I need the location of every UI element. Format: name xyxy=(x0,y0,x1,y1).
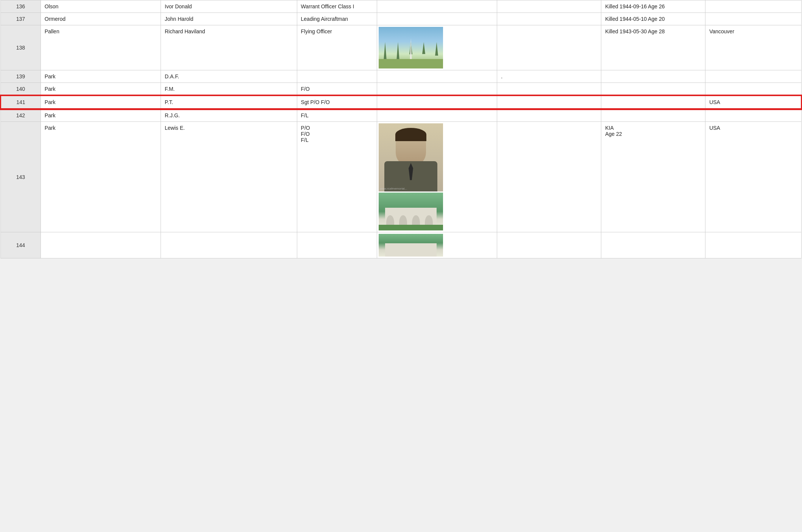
table-row: 141ParkP.T.Sgt P/O F/OUSA xyxy=(1,96,802,109)
rank xyxy=(297,70,377,83)
city xyxy=(705,83,802,96)
first-name: John Harold xyxy=(161,13,297,25)
notes xyxy=(497,109,601,122)
city xyxy=(705,70,802,83)
rank: Leading Aircraftman xyxy=(297,13,377,25)
last-name: Park xyxy=(41,70,161,83)
row-number: 142 xyxy=(1,109,41,122)
row-number: 139 xyxy=(1,70,41,83)
fate xyxy=(601,70,705,83)
table-row: 143ParkLewis E.P/OF/OF/Lwww.rcafmemorial… xyxy=(1,122,802,232)
fate: Killed 1944-05-10 Age 20 xyxy=(601,13,705,25)
table-row: 140ParkF.M.F/O xyxy=(1,83,802,96)
fate: KIAAge 22 xyxy=(601,122,705,232)
first-name: Lewis E. xyxy=(161,122,297,232)
photo-cell: www.rcafmemorial... xyxy=(377,122,497,232)
first-name xyxy=(161,232,297,258)
city: USA xyxy=(705,122,802,232)
notes xyxy=(497,232,601,258)
records-table-wrapper: 136OlsonIvor DonaldWarrant Officer Class… xyxy=(0,0,802,258)
city: Vancouver xyxy=(705,25,802,70)
rank xyxy=(297,232,377,258)
rank: F/L xyxy=(297,109,377,122)
fate: Killed 1943-05-30 Age 28 xyxy=(601,25,705,70)
notes xyxy=(497,122,601,232)
last-name: Park xyxy=(41,109,161,122)
notes: . xyxy=(497,70,601,83)
photo-cell xyxy=(377,96,497,109)
last-name: Pallen xyxy=(41,25,161,70)
last-name: Olson xyxy=(41,0,161,13)
last-name: Ormerod xyxy=(41,13,161,25)
table-row: 139ParkD.A.F.. xyxy=(1,70,802,83)
row-number: 138 xyxy=(1,25,41,70)
city xyxy=(705,0,802,13)
first-name: Ivor Donald xyxy=(161,0,297,13)
fate xyxy=(601,232,705,258)
photo-cell xyxy=(377,83,497,96)
first-name: D.A.F. xyxy=(161,70,297,83)
last-name: Park xyxy=(41,122,161,232)
row-number: 143 xyxy=(1,122,41,232)
row-number: 137 xyxy=(1,13,41,25)
notes xyxy=(497,25,601,70)
first-name: Richard Haviland xyxy=(161,25,297,70)
city: USA xyxy=(705,96,802,109)
city xyxy=(705,109,802,122)
row-number: 144 xyxy=(1,232,41,258)
fate xyxy=(601,83,705,96)
rank: P/OF/OF/L xyxy=(297,122,377,232)
photo-cell xyxy=(377,70,497,83)
notes xyxy=(497,13,601,25)
first-name: F.M. xyxy=(161,83,297,96)
fate xyxy=(601,96,705,109)
first-name: P.T. xyxy=(161,96,297,109)
fate xyxy=(601,109,705,122)
notes xyxy=(497,96,601,109)
first-name: R.J.G. xyxy=(161,109,297,122)
row-number: 136 xyxy=(1,0,41,13)
records-table: 136OlsonIvor DonaldWarrant Officer Class… xyxy=(0,0,802,258)
row-number: 140 xyxy=(1,83,41,96)
last-name xyxy=(41,232,161,258)
photo-cell xyxy=(377,25,497,70)
city xyxy=(705,232,802,258)
table-row: 136OlsonIvor DonaldWarrant Officer Class… xyxy=(1,0,802,13)
fate: Killed 1944-09-16 Age 26 xyxy=(601,0,705,13)
rank: Flying Officer xyxy=(297,25,377,70)
photo-cell xyxy=(377,109,497,122)
notes xyxy=(497,83,601,96)
row-number: 141 xyxy=(1,96,41,109)
photo-cell xyxy=(377,0,497,13)
photo-cell xyxy=(377,13,497,25)
table-row: 138PallenRichard HavilandFlying OfficerK… xyxy=(1,25,802,70)
table-row: 144 xyxy=(1,232,802,258)
rank: Sgt P/O F/O xyxy=(297,96,377,109)
notes xyxy=(497,0,601,13)
last-name: Park xyxy=(41,96,161,109)
table-row: 142ParkR.J.G.F/L xyxy=(1,109,802,122)
city xyxy=(705,13,802,25)
rank: F/O xyxy=(297,83,377,96)
photo-cell xyxy=(377,232,497,258)
last-name: Park xyxy=(41,83,161,96)
table-row: 137OrmerodJohn HaroldLeading Aircraftman… xyxy=(1,13,802,25)
rank: Warrant Officer Class I xyxy=(297,0,377,13)
